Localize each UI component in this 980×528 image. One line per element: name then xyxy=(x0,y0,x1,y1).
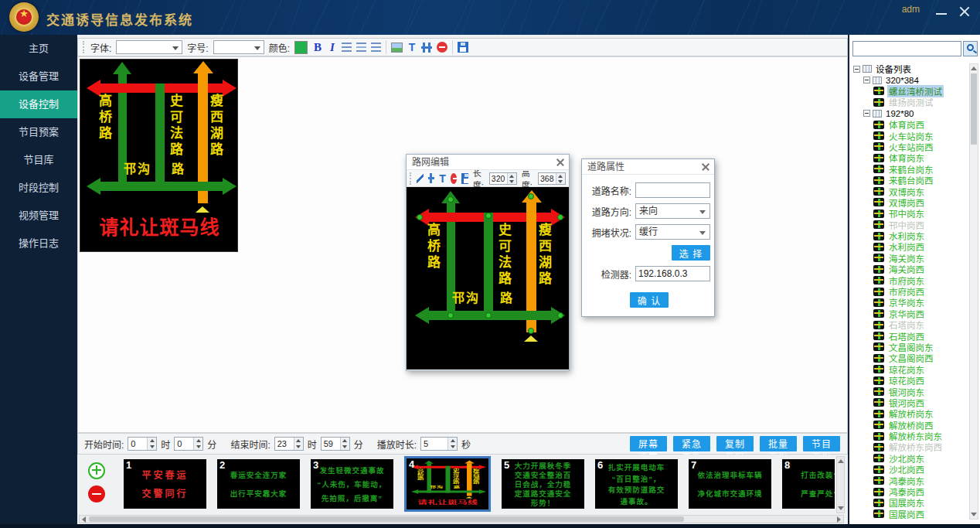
led-preview-board[interactable]: 高桥路史可法路瘦西湖路邗沟路请礼让斑马线 xyxy=(80,59,238,252)
align-center-icon[interactable] xyxy=(356,43,366,52)
tree-device-邗中岗西[interactable]: 邗中岗西 xyxy=(852,219,969,230)
tree-device-解放桥岗东[interactable]: 解放桥岗东 xyxy=(852,408,969,419)
length-spinner[interactable]: 320 xyxy=(489,172,517,185)
tree-device-鸿泰岗西[interactable]: 鸿泰岗西 xyxy=(852,486,969,497)
tree-expand-icon[interactable] xyxy=(863,110,870,117)
frame-thumbnail-5[interactable]: 5大力开展秋冬季交通安全整治百日会战，全力稳定道路交通安全形势！ xyxy=(502,459,584,509)
confirm-button[interactable]: 确 认 xyxy=(630,292,669,308)
spinner-buttons[interactable] xyxy=(193,438,202,450)
tree-device-沙北岗东[interactable]: 沙北岗东 xyxy=(852,453,969,464)
action-button-2[interactable]: 紧急事件 xyxy=(673,436,710,451)
editor-road-network[interactable]: 高桥路史可法路瘦西湖路邗沟路 xyxy=(409,189,567,368)
tree-device-市府岗东[interactable]: 市府岗东 xyxy=(852,274,969,285)
sidebar-item-7[interactable]: 视频管理 xyxy=(0,202,77,230)
spinner-buttons[interactable] xyxy=(556,173,565,184)
spin-up-icon[interactable] xyxy=(194,438,202,444)
tree-device-京华岗东[interactable]: 京华岗东 xyxy=(852,297,969,308)
scroll-up-icon[interactable] xyxy=(838,459,844,463)
tree-expand-icon[interactable] xyxy=(863,77,870,83)
tree-device-解放桥东岗西[interactable]: 解放桥东岗西 xyxy=(852,441,969,452)
scrollbar-thumb[interactable] xyxy=(89,516,684,522)
detector-input[interactable] xyxy=(635,266,710,281)
spin-down-icon[interactable] xyxy=(148,444,156,450)
height-spinner[interactable]: 368 xyxy=(538,172,566,185)
tree-root[interactable]: 设备列表 xyxy=(852,63,969,74)
filmstrip-horizontal-scrollbar[interactable] xyxy=(79,515,844,523)
spinner-buttons[interactable] xyxy=(147,438,156,450)
italic-button[interactable]: I xyxy=(328,41,337,54)
tree-group-192*80[interactable]: 192*80 xyxy=(852,108,969,119)
spinner-buttons[interactable] xyxy=(447,438,457,450)
sidebar-item-1[interactable]: 主页 xyxy=(0,35,77,63)
search-button[interactable] xyxy=(963,41,978,56)
scroll-down-icon[interactable] xyxy=(971,513,977,516)
close-icon[interactable] xyxy=(556,158,564,166)
sidebar-item-3[interactable]: 设备控制 xyxy=(0,90,77,118)
tree-device-市府岗西[interactable]: 市府岗西 xyxy=(852,286,969,297)
tree-device-海关岗西[interactable]: 海关岗西 xyxy=(852,264,969,274)
tree-device-石塔岗东[interactable]: 石塔岗东 xyxy=(852,319,969,330)
filmstrip-vertical-scrollbar[interactable] xyxy=(836,456,845,513)
frame-thumbnail-4[interactable]: 4高桥路史可法路瘦西湖路邗沟路请礼让斑马线 xyxy=(404,456,491,512)
text-tool-icon[interactable]: T xyxy=(407,41,417,53)
action-button-5[interactable]: 节目下发 xyxy=(803,436,840,451)
tree-device-国展岗东[interactable]: 国展岗东 xyxy=(852,497,969,508)
align-left-icon[interactable] xyxy=(342,43,352,52)
spinner-buttons[interactable] xyxy=(294,438,303,450)
tree-expand-icon[interactable] xyxy=(853,66,860,73)
spinner-buttons[interactable] xyxy=(340,438,349,450)
spin-up-icon[interactable] xyxy=(148,438,156,444)
road-direction-select[interactable]: 来向 xyxy=(635,203,710,219)
action-button-4[interactable]: 批量下发 xyxy=(760,436,797,451)
road-network-icon[interactable] xyxy=(421,43,432,53)
congestion-select[interactable]: 缓行 xyxy=(635,224,710,240)
tree-device-国展岗西[interactable]: 国展岗西 xyxy=(852,509,969,519)
tree-device-沙北岗西[interactable]: 沙北岗西 xyxy=(852,464,969,475)
tree-group-320*384[interactable]: 320*384 xyxy=(852,74,969,85)
start-hour-input[interactable]: 0 xyxy=(128,437,157,451)
tree-scrollbar[interactable] xyxy=(969,63,978,519)
editor-canvas[interactable]: 高桥路史可法路瘦西湖路邗沟路 xyxy=(407,187,569,370)
size-select[interactable] xyxy=(213,40,264,54)
sidebar-item-6[interactable]: 时段控制 xyxy=(0,174,77,202)
tree-device-解放桥岗西[interactable]: 解放桥岗西 xyxy=(852,420,969,431)
dialog-title-bar[interactable]: 路网编辑 xyxy=(407,155,569,170)
tree-device-琼花岗西[interactable]: 琼花岗西 xyxy=(852,375,969,386)
tree-device-水利岗西[interactable]: 水利岗西 xyxy=(852,241,969,252)
frame-thumbnail-2[interactable]: 2春运安全连万家出行平安靠大家 xyxy=(217,459,300,509)
tree-device-火车站岗东[interactable]: 火车站岗东 xyxy=(852,130,969,141)
tree-device-京华岗西[interactable]: 京华岗西 xyxy=(852,308,969,319)
tree-device-火车站岗西[interactable]: 火车站岗西 xyxy=(852,141,969,152)
scroll-left-icon[interactable] xyxy=(82,516,86,523)
add-frame-button[interactable] xyxy=(88,462,105,479)
select-button[interactable]: 选 择 xyxy=(672,245,710,261)
insert-image-icon[interactable] xyxy=(391,43,403,53)
remove-frame-button[interactable] xyxy=(88,485,105,502)
frame-thumbnail-8[interactable]: 8打击改装“炸严查严处“机 xyxy=(782,459,835,509)
save-icon[interactable] xyxy=(458,42,468,53)
sidebar-item-2[interactable]: 设备管理 xyxy=(0,63,77,90)
tree-device-双博岗东[interactable]: 双博岗东 xyxy=(852,186,969,196)
road-name-input[interactable] xyxy=(635,182,710,198)
tree-device-鸿泰岗东[interactable]: 鸿泰岗东 xyxy=(852,475,969,485)
tree-device-文昌阁岗东[interactable]: 文昌阁岗东 xyxy=(852,342,969,353)
tree-device-双博岗西[interactable]: 双博岗西 xyxy=(852,197,969,208)
save-icon[interactable] xyxy=(461,173,468,184)
close-icon[interactable] xyxy=(957,5,972,19)
minimize-icon[interactable] xyxy=(934,5,949,19)
align-right-icon[interactable] xyxy=(371,43,381,52)
tree-device-银河岗东[interactable]: 银河岗东 xyxy=(852,386,969,397)
spin-up-icon[interactable] xyxy=(508,173,516,179)
spin-up-icon[interactable] xyxy=(556,173,565,179)
bold-button[interactable]: B xyxy=(312,41,323,54)
tree-device-石塔岗西[interactable]: 石塔岗西 xyxy=(852,330,969,341)
draw-road-icon[interactable] xyxy=(428,173,434,183)
frame-thumbnail-7[interactable]: 7依法治理非标车辆净化城市交通环境 xyxy=(689,459,771,509)
action-button-3[interactable]: 复制节目 xyxy=(716,436,754,451)
end-minute-input[interactable]: 59 xyxy=(321,437,350,451)
spin-down-icon[interactable] xyxy=(341,444,349,450)
tree-device-琼花岗东[interactable]: 琼花岗东 xyxy=(852,364,969,375)
sidebar-item-8[interactable]: 操作日志 xyxy=(0,230,77,257)
dialog-title-bar[interactable]: 道路属性 xyxy=(582,159,714,175)
sidebar-item-4[interactable]: 节目预案 xyxy=(0,118,77,146)
